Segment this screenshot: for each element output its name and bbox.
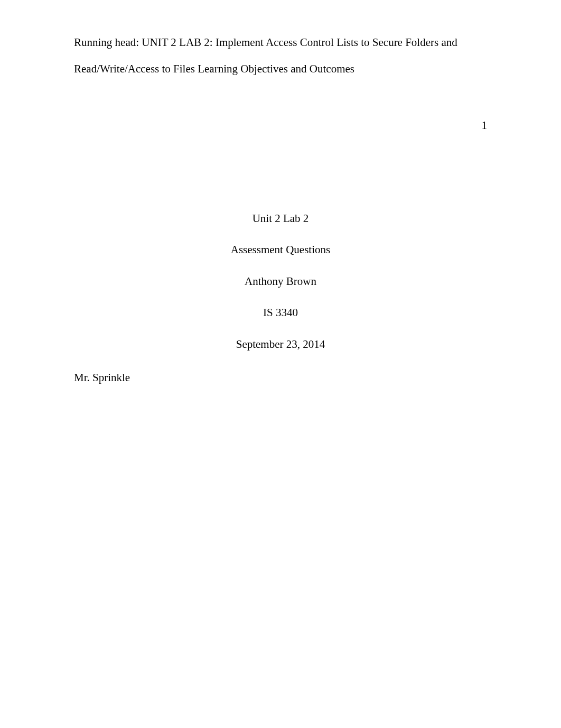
title-block: Unit 2 Lab 2 Assessment Questions Anthon… <box>74 210 487 353</box>
course-code: IS 3340 <box>74 305 487 321</box>
author-name: Anthony Brown <box>74 273 487 290</box>
instructor-block: Mr. Sprinkle <box>74 370 487 386</box>
running-head-line2: Read/Write/Access to Files Learning Obje… <box>74 56 487 82</box>
instructor-name: Mr. Sprinkle <box>74 370 487 386</box>
page-number: 1 <box>482 117 488 134</box>
title-line-1: Unit 2 Lab 2 <box>74 210 487 227</box>
title-line-2: Assessment Questions <box>74 242 487 259</box>
running-head: Running head: UNIT 2 LAB 2: Implement Ac… <box>74 29 487 82</box>
document-date: September 23, 2014 <box>74 336 487 353</box>
running-head-line1: Running head: UNIT 2 LAB 2: Implement Ac… <box>74 29 487 56</box>
